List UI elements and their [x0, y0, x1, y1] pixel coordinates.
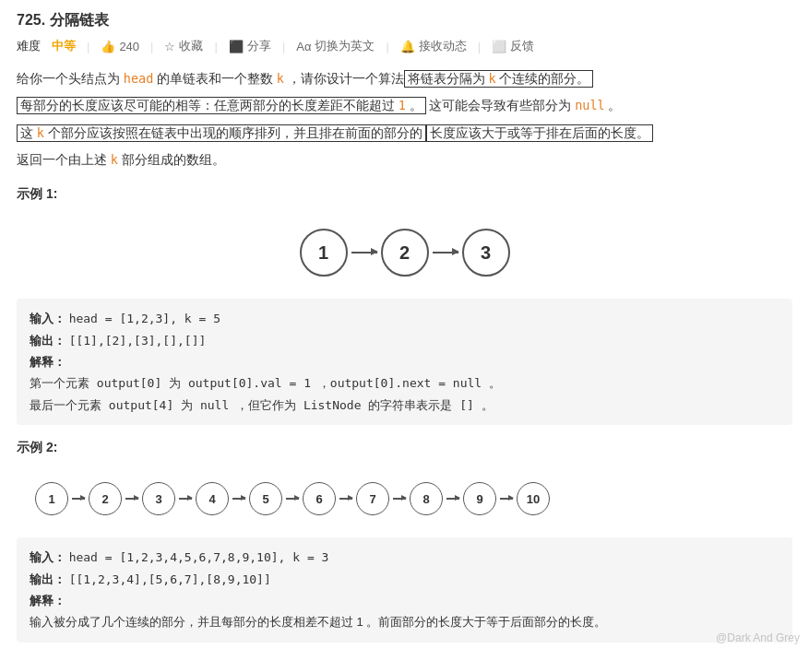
meta-row: 难度 中等 | 👍 240 | ☆ 收藏 | ⬛ 分享 | Aα 切换为英文 |…	[17, 38, 792, 54]
node2-4: 4	[196, 482, 229, 515]
example1-output: 输出： [[1],[2],[3],[],[]]	[30, 330, 779, 351]
difficulty-value[interactable]: 中等	[52, 38, 76, 54]
arrow2-7-8	[393, 498, 406, 500]
arrow-1-2	[351, 252, 377, 253]
node2-5: 5	[249, 482, 282, 515]
example1-input: 输入： head = [1,2,3], k = 5	[30, 308, 779, 329]
bell-icon: 🔔	[400, 40, 415, 53]
problem-description: 给你一个头结点为 head 的单链表和一个整数 k ，请你设计一个算法将链表分隔…	[17, 67, 792, 171]
arrow-2-3	[433, 252, 458, 253]
node2-10: 10	[517, 482, 550, 515]
problem-line2: 每部分的长度应该尽可能的相等：任意两部分的长度差距不能超过 1 。 这可能会导致…	[17, 94, 792, 117]
translate-icon: Aα	[296, 40, 311, 53]
node2-8: 8	[410, 482, 443, 515]
page-title: 725. 分隔链表	[17, 11, 792, 30]
example1-box: 输入： head = [1,2,3], k = 5 输出： [[1],[2],[…	[17, 299, 792, 425]
example1-explain-label: 解释：	[30, 351, 779, 372]
node2-7: 7	[356, 482, 389, 515]
node2-6: 6	[303, 482, 336, 515]
star-icon-item[interactable]: ☆ 收藏	[164, 38, 203, 54]
node2-3: 3	[142, 482, 175, 515]
problem-line1: 给你一个头结点为 head 的单链表和一个整数 k ，请你设计一个算法将链表分隔…	[17, 67, 792, 90]
feedback-button[interactable]: ⬜ 反馈	[492, 38, 534, 54]
problem-line4: 返回一个由上述 k 部分组成的数组。	[17, 148, 792, 171]
arrow2-9-10	[500, 498, 513, 500]
example2-diagram: 1 2 3 4 5 6 7 8 9 10	[17, 466, 792, 528]
example2-output: 输出： [[1,2,3,4],[5,6,7],[8,9,10]]	[30, 569, 779, 590]
arrow2-8-9	[446, 498, 459, 500]
node-2: 2	[381, 229, 429, 277]
like-button[interactable]: 👍 240	[101, 40, 139, 53]
node2-9: 9	[463, 482, 496, 515]
switch-language-button[interactable]: Aα 切换为英文	[296, 38, 375, 54]
example2-explain-line1: 输入被分成了几个连续的部分，并且每部分的长度相差不超过 1 。前面部分的长度大于…	[30, 611, 779, 632]
arrow2-4-5	[232, 498, 245, 500]
difficulty-label: 难度	[17, 38, 41, 54]
example1-explain-line2: 最后一个元素 output[4] 为 null ，但它作为 ListNode 的…	[30, 395, 779, 416]
star-icon: ☆	[164, 40, 175, 53]
arrow2-3-4	[179, 498, 192, 500]
node2-1: 1	[35, 482, 68, 515]
node-3: 3	[462, 229, 510, 277]
example2-input: 输入： head = [1,2,3,4,5,6,7,8,9,10], k = 3	[30, 547, 779, 568]
example1-diagram: 1 2 3	[17, 212, 792, 289]
example1-title: 示例 1:	[17, 186, 792, 203]
thumb-icon: 👍	[101, 40, 115, 53]
arrow2-1-2	[72, 498, 85, 500]
node2-2: 2	[89, 482, 122, 515]
share-button[interactable]: ⬛ 分享	[229, 38, 271, 54]
share-icon: ⬛	[229, 40, 244, 53]
example2-box: 输入： head = [1,2,3,4,5,6,7,8,9,10], k = 3…	[17, 537, 792, 643]
arrow2-5-6	[286, 498, 299, 500]
subscribe-button[interactable]: 🔔 接收动态	[400, 38, 467, 54]
arrow2-2-3	[125, 498, 138, 500]
example1-explain-line1: 第一个元素 output[0] 为 output[0].val = 1 ，out…	[30, 372, 779, 394]
problem-line3: 这 k 个部分应该按照在链表中出现的顺序排列，并且排在前面的部分的长度应该大于或…	[17, 122, 792, 145]
example2-title: 示例 2:	[17, 440, 792, 456]
feedback-icon: ⬜	[492, 40, 506, 53]
arrow2-6-7	[339, 498, 352, 500]
node-1: 1	[300, 229, 348, 277]
example2-explain-label: 解释：	[30, 590, 779, 611]
